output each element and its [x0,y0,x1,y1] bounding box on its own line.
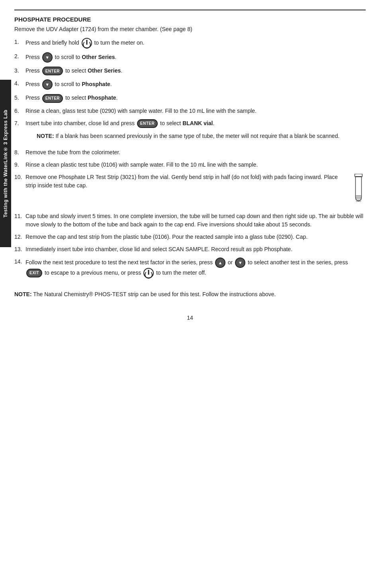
intro-text: Remove the UDV Adapter (1724) from the m… [14,26,366,32]
svg-rect-1 [355,176,361,197]
step-4-content: Press to scroll to Phosphate. [25,79,366,90]
step-11-content: Cap tube and slowly invert 5 times. In o… [25,212,366,229]
step-10-with-image: Remove one Phosphate LR Test Strip (3021… [25,173,366,208]
up-arrow-icon-14 [215,258,225,268]
step-7-content: Insert tube into chamber, close lid and … [25,119,366,144]
bottom-note: NOTE: The Natural Chemistry® PHOS-TEST s… [14,290,366,299]
step-11-text: Cap tube and slowly invert 5 times. In o… [25,212,366,229]
sidebar-text: Testing with the WaterLink® 3 Express La… [3,110,8,218]
step-12: 12. Remove the cap and test strip from t… [14,233,366,241]
step-1-num: 1. [14,38,25,46]
step-4: 4. Press to scroll to Phosphate. [14,79,366,90]
step-9: 9. Rinse a clean plastic test tube (0106… [14,161,366,169]
power-icon-14 [143,268,154,278]
step-9-num: 9. [14,161,25,169]
page-wrapper: Testing with the WaterLink® 3 Express La… [0,0,380,588]
step-12-num: 12. [14,233,25,241]
step-6-content: Rinse a clean, glass test tube (0290) wi… [25,107,366,115]
step-8: 8. Remove the tube from the colorimeter. [14,148,366,157]
step-1: 1. Press and briefly hold to turn the me… [14,38,366,48]
step-4-text: Press to scroll to Phosphate. [25,79,366,90]
step-13-num: 13. [14,245,25,254]
step-11-num: 11. [14,212,25,220]
down-arrow-icon-14 [235,258,245,268]
step-11: 11. Cap tube and slowly invert 5 times. … [14,212,366,229]
step-5-text: Press ENTER to select Phosphate. [25,94,366,102]
step-5-content: Press ENTER to select Phosphate. [25,94,366,102]
step-3-text: Press ENTER to select Other Series. [25,67,366,75]
step-13-content: Immediately insert tube into chamber, cl… [25,245,366,254]
step-7-text: Insert tube into chamber, close lid and … [25,119,366,128]
step-7-num: 7. [14,119,25,128]
step-6: 6. Rinse a clean, glass test tube (0290)… [14,107,366,115]
step-2-text: Press to scroll to Other Series. [25,52,366,63]
step-10-num: 10. [14,173,25,181]
down-arrow-icon-4 [42,79,53,90]
step-6-text: Rinse a clean, glass test tube (0290) wi… [25,107,366,115]
step-2-content: Press to scroll to Other Series. [25,52,366,63]
step-9-content: Rinse a clean plastic test tube (0106) w… [25,161,366,169]
tube-svg [351,174,366,206]
step-3: 3. Press ENTER to select Other Series. [14,67,366,75]
top-rule [14,10,366,10]
content-area: PHOSPHATE PROCEDURE Remove the UDV Adapt… [14,0,366,345]
step-8-text: Remove the tube from the colorimeter. [25,148,366,157]
page-number: 14 [14,315,366,321]
exit-icon-14: EXIT [26,269,42,277]
step-7: 7. Insert tube into chamber, close lid a… [14,119,366,144]
step-3-num: 3. [14,67,25,75]
down-arrow-icon-2 [42,52,53,63]
step-5-num: 5. [14,94,25,102]
power-icon-1 [82,38,92,48]
enter-icon-5: ENTER [42,94,63,103]
enter-icon-3: ENTER [42,67,63,75]
step-1-text: Press and briefly hold to turn the meter… [25,38,366,48]
step-10-content: Remove one Phosphate LR Test Strip (3021… [25,173,366,208]
step-2-num: 2. [14,52,25,61]
step-6-num: 6. [14,107,25,115]
enter-icon-7: ENTER [137,119,158,128]
step-4-num: 4. [14,79,25,88]
step-14-content: Follow the next test procedure to test t… [25,258,366,278]
step-1-content: Press and briefly hold to turn the meter… [25,38,366,48]
step-14: 14. Follow the next test procedure to te… [14,258,366,278]
step-13-text: Immediately insert tube into chamber, cl… [25,245,366,254]
step-2: 2. Press to scroll to Other Series. [14,52,366,63]
sidebar-label: Testing with the WaterLink® 3 Express La… [0,80,11,247]
step-7-note: NOTE: If a blank has been scanned previo… [37,132,366,140]
step-12-text: Remove the cap and test strip from the p… [25,233,366,241]
step-3-content: Press ENTER to select Other Series. [25,67,366,75]
steps-list: 1. Press and briefly hold to turn the me… [14,38,366,278]
section-title: PHOSPHATE PROCEDURE [14,16,366,23]
step-8-content: Remove the tube from the colorimeter. [25,148,366,157]
step-14-text: Follow the next test procedure to test t… [25,258,366,278]
step-14-num: 14. [14,258,25,266]
step-9-text: Rinse a clean plastic test tube (0106) w… [25,161,366,169]
step-8-num: 8. [14,148,25,157]
step-5: 5. Press ENTER to select Phosphate. [14,94,366,102]
step-10-text: Remove one Phosphate LR Test Strip (3021… [25,173,347,190]
step-12-content: Remove the cap and test strip from the p… [25,233,366,241]
step-10: 10. Remove one Phosphate LR Test Strip (… [14,173,366,208]
step-13: 13. Immediately insert tube into chamber… [14,245,366,254]
tube-illustration [351,174,366,208]
